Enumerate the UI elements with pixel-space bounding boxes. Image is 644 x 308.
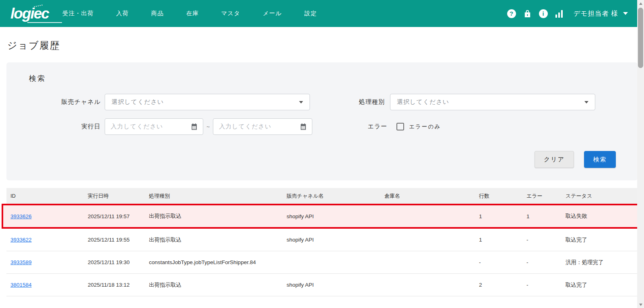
cell-type: constantsJobType.jobTypeListForShipper.8… xyxy=(149,259,287,265)
job-id-link[interactable]: 3933622 xyxy=(10,237,32,243)
cell-errors: - xyxy=(526,259,566,265)
calendar-icon[interactable] xyxy=(299,123,307,130)
stats-icon[interactable] xyxy=(555,10,563,18)
cell-errors: - xyxy=(526,282,566,288)
cell-status: 取込完了 xyxy=(566,281,638,289)
date-range-separator: ~ xyxy=(206,124,210,130)
cell-rows: - xyxy=(479,259,526,265)
exec-date-to-placeholder: 入力してください xyxy=(219,123,271,130)
scroll-down-arrow[interactable] xyxy=(637,301,644,308)
column-header: エラー xyxy=(526,192,566,200)
cell-type: 出荷指示取込 xyxy=(149,236,287,244)
table-row: 38015842025/11/18 13:12出荷指示取込shopify API… xyxy=(6,274,638,296)
column-header: ID xyxy=(10,193,88,199)
cell-id: 3933622 xyxy=(10,237,88,243)
errors-only-label[interactable]: エラーのみ xyxy=(409,123,441,130)
job-id-link[interactable]: 3933589 xyxy=(10,259,32,265)
column-header: 実行日時 xyxy=(88,192,149,200)
cell-type: 出荷指示取込 xyxy=(149,281,287,289)
scroll-thumb[interactable] xyxy=(638,8,643,68)
exec-date-to-input[interactable]: 入力してください xyxy=(213,118,312,135)
process-type-label: 処理種別 xyxy=(310,98,385,106)
nav-item-inventory[interactable]: 在庫 xyxy=(186,10,198,17)
sales-channel-select[interactable]: 選択してください xyxy=(105,94,310,110)
form-row-2: 実行日 入力してください ~ 入力してください エラー エラーのみ xyxy=(6,118,638,135)
sales-channel-label: 販売チャネル xyxy=(6,98,101,106)
main-nav: 受注・出荷入荷商品在庫マスタメール設定 xyxy=(62,10,317,17)
column-header: 処理種別 xyxy=(149,192,287,200)
search-button[interactable]: 検索 xyxy=(584,151,616,168)
cell-rows: 2 xyxy=(479,282,526,288)
user-menu[interactable]: デモ担当者 様 xyxy=(574,9,628,18)
cell-type: 出荷指示取込 xyxy=(149,213,287,220)
clear-button[interactable]: クリア xyxy=(535,151,574,168)
search-panel: 検索 販売チャネル 選択してください 処理種別 選択してください 実行日 入力し… xyxy=(6,62,638,180)
cell-errors: - xyxy=(526,237,566,243)
bag-icon[interactable] xyxy=(523,9,532,18)
cell-status: 汎用：処理完了 xyxy=(566,259,638,266)
nav-item-products[interactable]: 商品 xyxy=(151,10,163,17)
cell-datetime: 2025/12/11 19:57 xyxy=(88,213,149,219)
cell-status: 取込失敗 xyxy=(566,213,636,220)
column-header: 行数 xyxy=(479,192,526,200)
cell-channel: shopify API xyxy=(287,282,384,288)
column-header: ステータス xyxy=(566,192,638,200)
page-title: ジョブ履歴 xyxy=(7,39,644,52)
cell-datetime: 2025/11/18 13:12 xyxy=(88,282,149,288)
nav-item-master[interactable]: マスタ xyxy=(221,10,240,17)
table-row: 39336222025/12/11 19:55出荷指示取込shopify API… xyxy=(6,229,638,251)
exec-date-from-input[interactable]: 入力してください xyxy=(105,118,203,135)
cell-rows: 1 xyxy=(479,237,526,243)
scroll-up-arrow[interactable] xyxy=(637,0,644,7)
exec-date-from-placeholder: 入力してください xyxy=(111,123,163,130)
cell-id: 3933626 xyxy=(10,213,88,219)
cell-id: 3801584 xyxy=(10,282,88,288)
logo[interactable]: ••••• logiec xyxy=(10,6,49,21)
table-row-error-highlighted: 39336262025/12/11 19:57出荷指示取込shopify API… xyxy=(2,204,642,229)
form-row-1: 販売チャネル 選択してください 処理種別 選択してください xyxy=(6,94,638,110)
cell-datetime: 2025/12/11 19:55 xyxy=(88,237,149,243)
chevron-down-icon xyxy=(299,101,303,103)
logo-tagline-line xyxy=(27,22,62,23)
job-id-link[interactable]: 3801584 xyxy=(10,282,32,288)
table-header-row: ID実行日時処理種別販売チャネル名倉庫名行数エラーステータス xyxy=(6,188,638,204)
cell-channel: shopify API xyxy=(287,213,384,219)
nav-item-orders-shipping[interactable]: 受注・出荷 xyxy=(62,10,94,17)
cell-id: 3933589 xyxy=(10,259,88,265)
nav-item-settings[interactable]: 設定 xyxy=(304,10,317,17)
sales-channel-placeholder: 選択してください xyxy=(111,98,164,106)
search-heading: 検索 xyxy=(29,74,638,83)
calendar-icon[interactable] xyxy=(190,123,198,130)
caret-down-icon xyxy=(623,12,628,15)
process-type-placeholder: 選択してください xyxy=(397,98,449,106)
column-header: 販売チャネル名 xyxy=(287,192,384,200)
cell-errors: 1 xyxy=(526,213,566,219)
column-header: 倉庫名 xyxy=(384,192,479,200)
nav-item-arrivals[interactable]: 入荷 xyxy=(116,10,128,17)
cell-rows: 1 xyxy=(479,213,526,219)
app-header: ••••• logiec 受注・出荷入荷商品在庫マスタメール設定 ? i デモ担… xyxy=(0,0,644,27)
scrollbar[interactable] xyxy=(637,0,644,308)
chevron-down-icon xyxy=(584,101,588,103)
job-history-table: ID実行日時処理種別販売チャネル名倉庫名行数エラーステータス 393362620… xyxy=(6,188,638,296)
cell-status: 取込完了 xyxy=(566,236,638,244)
errors-only-checkbox[interactable] xyxy=(396,123,404,130)
job-id-link[interactable]: 3933626 xyxy=(10,213,32,219)
info-icon[interactable]: i xyxy=(539,9,548,18)
exec-date-label: 実行日 xyxy=(6,123,101,130)
table-row: 39335892025/12/11 19:30constantsJobType.… xyxy=(6,251,638,274)
nav-item-mail[interactable]: メール xyxy=(263,10,282,17)
process-type-select[interactable]: 選択してください xyxy=(390,94,595,110)
logo-text: logiec xyxy=(10,5,49,22)
help-icon[interactable]: ? xyxy=(507,9,516,18)
cell-datetime: 2025/12/11 19:30 xyxy=(88,259,149,265)
header-right: ? i デモ担当者 様 xyxy=(507,9,628,18)
user-name: デモ担当者 様 xyxy=(574,9,618,18)
table-body: 39336262025/12/11 19:57出荷指示取込shopify API… xyxy=(6,204,638,296)
cell-channel: shopify API xyxy=(287,237,384,243)
button-row: クリア 検索 xyxy=(6,151,638,168)
error-filter-label: エラー xyxy=(312,123,387,130)
